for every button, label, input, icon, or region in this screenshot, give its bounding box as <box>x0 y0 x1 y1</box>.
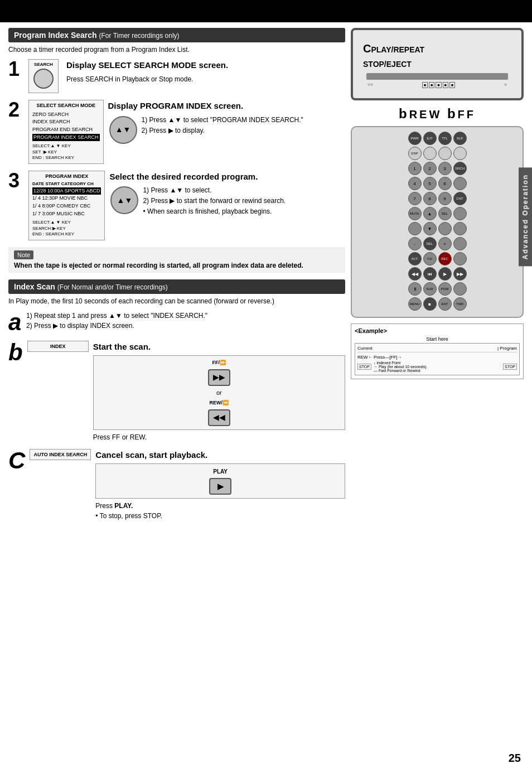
remote-transport-row2: ◀◀ ⏮ ▶ ▶▶ <box>356 267 518 281</box>
remote-mute-btn: MUTE <box>408 207 422 220</box>
step-3-footer3: END : SEARCH KEY <box>32 231 101 237</box>
step-3-with-icon: ▲▼ 1) Press ▲▼ to select. 2) Press ▶ to … <box>109 185 345 218</box>
note-text: When the tape is ejected or normal recor… <box>14 262 340 269</box>
remote-num-5: 5 <box>423 177 437 190</box>
play-text: PLAY. <box>114 502 133 510</box>
ff-label: FF/⏩ <box>212 359 226 367</box>
timeline-bottom: STOP ↓ Indexed Point → Play (for about 1… <box>357 361 517 373</box>
advanced-operation-sidebar: Advanced Operation <box>519 167 532 266</box>
index-scan-subtitle: (For Normal and/or Timer recordings) <box>57 283 168 291</box>
step-c-screen: AUTO INDEX SEARCH <box>30 449 91 460</box>
rew-press-ff-label: REW← Press—[FF]→ <box>357 355 402 360</box>
stop-label-left: STOP <box>357 364 371 370</box>
stop-label-right: STOP <box>503 364 517 370</box>
remote-vol-down-btn: - <box>408 237 422 250</box>
remote-wrapper: PWR EJT TTL SLP DSP 1 2 3 SRCH <box>351 126 524 318</box>
step-2-row: 2 SELECT SEARCH MODE ZERO SEARCH INDEX S… <box>8 100 345 164</box>
step-3-sub1: 1) Press ▲▼ to select. <box>143 185 286 196</box>
remote-nav-row2: ▼ <box>356 222 518 235</box>
nav-pad-3: ▲▼ <box>110 186 138 214</box>
step-2-number: 2 <box>8 100 24 120</box>
timeline-spacer: ↓ Indexed Point → Play (for about 10 sec… <box>374 361 501 373</box>
play-box: PLAY ▶ <box>95 463 345 499</box>
remote-num-row2: 4 5 6 <box>356 177 518 190</box>
step-a-desc: 1) Repeat step 1 and press ▲▼ to select … <box>26 311 345 331</box>
screen-item-program-index: PROGRAM INDEX SEARCH <box>32 134 100 142</box>
timeline-header: Current | Program <box>357 346 517 352</box>
start-here-label: Start here <box>355 336 520 342</box>
step-b-row: b INDEX Start the scan. FF/⏩ ▶▶ or REW/⏪… <box>8 341 345 442</box>
step-3-row2: 1/ 4 12:30P MOVIE NBC <box>32 195 101 202</box>
step-1-number: 1 <box>8 59 24 79</box>
remote-action-btn: ACT <box>408 252 422 265</box>
step-c-screen-label: AUTO INDEX SEARCH <box>33 452 87 457</box>
remote-num-7: 7 <box>408 192 422 205</box>
program-index-search-header: Program Index Search (For Timer recordin… <box>8 28 345 42</box>
step-2-sub2: 2) Press ▶ to display. <box>142 125 303 136</box>
step-b-desc: Start the scan. FF/⏩ ▶▶ or REW/⏪ ◀◀ Pres… <box>93 341 345 442</box>
remote-transport-row1: ACT CH REC <box>356 252 518 265</box>
remote-vol-row: - DEL + <box>356 237 518 250</box>
step-1-desc: Display SELECT SEARCH MODE screen. Press… <box>66 59 345 84</box>
remote-play-btn: ▶ <box>438 267 452 281</box>
tv-btn4: ■ <box>443 82 448 88</box>
fast-fwd-label: — Fast Forward or Rewind <box>374 369 501 373</box>
remote-slow-btn: SLW <box>423 282 437 296</box>
b-ff-label: b <box>447 106 458 121</box>
rew-label: REW/⏪ <box>210 399 229 407</box>
remote-rewind-btn: ⏮ <box>423 267 437 281</box>
remote-pause-btn: ⏸ <box>408 282 422 296</box>
remote-bottom-row: ⏸ SLW PGM <box>356 282 518 296</box>
tv-btn1: ■ <box>422 82 428 88</box>
step-2-footer2: SET :▶ KEY <box>32 149 100 155</box>
left-column: Program Index Search (For Timer recordin… <box>8 28 345 528</box>
index-scan-intro: In Play mode, the first 10 seconds of ea… <box>8 297 345 305</box>
remote-row-display: DSP <box>356 147 518 160</box>
page-number: 25 <box>509 752 521 765</box>
tv-btn5: ■ <box>449 82 455 88</box>
remote-menu-btn: MENU <box>408 297 422 311</box>
remote-ch-up-btn: ▲ <box>423 207 437 220</box>
tv-icon-right: ○ <box>504 82 507 88</box>
step-a-row: a 1) Repeat step 1 and press ▲▼ to selec… <box>8 311 345 334</box>
remote-blank-n2a <box>408 222 422 235</box>
step-2-with-icon: ▲▼ 1) Press ▲▼ to select "PROGRAM INDEX … <box>108 115 345 145</box>
step-2-footer3: END : SEARCH KEY <box>32 155 100 161</box>
step-c-bullet: • To stop, press STOP. <box>95 511 345 521</box>
step-2-substeps: 1) Press ▲▼ to select "PROGRAM INDEX SEA… <box>142 115 303 136</box>
remote-enter-btn: ENT <box>438 297 452 311</box>
step-b-screen: INDEX <box>27 341 89 352</box>
or-label: or <box>216 388 222 398</box>
timeline-diagram: Current | Program REW← Press—[FF]→ STOP … <box>355 343 520 375</box>
step-2-heading: Display PROGRAM INDEX screen. <box>108 100 345 113</box>
timeline-rew-ff: REW← Press—[FF]→ <box>357 354 517 361</box>
step-c-row: C AUTO INDEX SEARCH Cancel scan, start p… <box>8 449 345 521</box>
remote-num-8: 8 <box>423 192 437 205</box>
search-button-icon <box>33 69 54 89</box>
step-c-letter: C <box>8 449 25 472</box>
play-button-icon: ▶ <box>209 478 231 495</box>
step-2-desc: Display PROGRAM INDEX screen. ▲▼ 1) Pres… <box>108 100 345 145</box>
step-1-text: Press SEARCH in Playback or Stop mode. <box>66 74 345 84</box>
screen-item-program-end: PROGRAM END SEARCH <box>32 126 100 134</box>
step-2-footer1: SELECT:▲ ▼ KEY <box>32 143 100 149</box>
step-b-press-text: Press FF or REW. <box>93 432 345 442</box>
tv-center-buttons: ■ ■ ■ ■ ■ <box>422 82 455 88</box>
step-3-cols: DATE START CATEGORY CH <box>32 181 101 187</box>
remote-btn-2b <box>423 147 437 160</box>
right-column: CPLAY/REPEAT STOP/EJECT ○○ ■ ■ ■ ■ ■ ○ <box>351 28 524 528</box>
remote-blank-n2b <box>438 222 452 235</box>
ff-rew-box: FF/⏩ ▶▶ or REW/⏪ ◀◀ <box>93 355 345 430</box>
remote-prog-btn: PGM <box>438 282 452 296</box>
remote-num-9: 9 <box>438 192 452 205</box>
step-2-screen-title: SELECT SEARCH MODE <box>32 103 100 109</box>
current-label: Current <box>357 346 373 351</box>
remote-control: PWR EJT TTL SLP DSP 1 2 3 SRCH <box>351 126 524 318</box>
step-c-press: Press PLAY. <box>95 501 345 511</box>
search-icon-label: SEARCH <box>34 62 53 67</box>
remote-num-2: 2 <box>423 162 437 175</box>
tv-stop-label: STOP/EJECT <box>363 60 511 69</box>
rew-button-icon: ◀◀ <box>208 409 230 426</box>
remote-nav-row: MUTE ▲ SEL <box>356 207 518 220</box>
step-3-row4: 1/ 7 3:00P MUSIC NBC <box>32 210 101 218</box>
